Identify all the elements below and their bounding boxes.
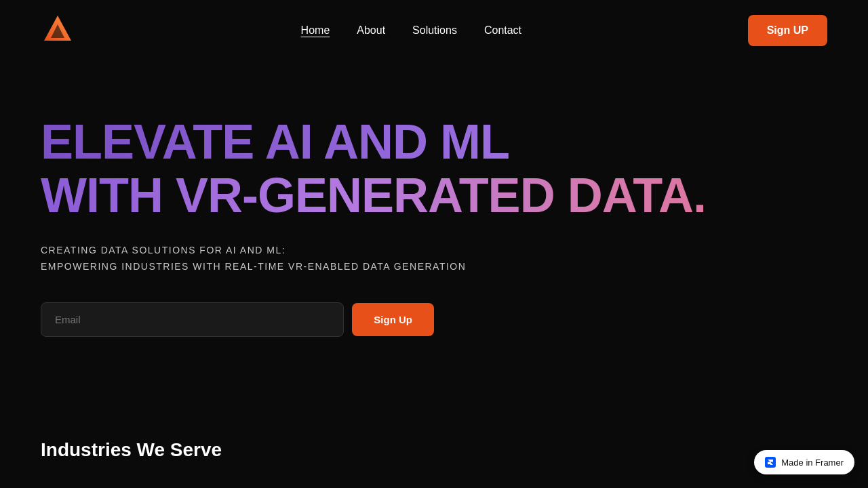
framer-badge-label: Made in Framer xyxy=(781,458,844,468)
framer-icon xyxy=(765,457,776,468)
hero-title: ELEVATE AI AND ML WITH VR-GENERATED DATA… xyxy=(41,115,827,222)
framer-badge[interactable]: Made in Framer xyxy=(754,450,854,474)
nav-item-home[interactable]: Home xyxy=(301,24,330,37)
industries-section: Industries We Serve xyxy=(0,412,262,474)
hero-title-line2: WITH VR-GENERATED DATA. xyxy=(41,169,827,222)
nav-signup-button[interactable]: Sign UP xyxy=(748,15,827,46)
hero-subtitle-line2: EMPOWERING INDUSTRIES WITH REAL-TIME VR-… xyxy=(41,261,466,272)
logo-icon xyxy=(41,12,75,46)
industries-title: Industries We Serve xyxy=(41,439,222,461)
hero-form: Sign Up xyxy=(41,302,434,337)
logo[interactable] xyxy=(41,12,75,49)
nav-item-contact[interactable]: Contact xyxy=(484,24,521,37)
hero-subtitle: CREATING DATA SOLUTIONS FOR AI AND ML: E… xyxy=(41,243,827,275)
nav-item-about[interactable]: About xyxy=(357,24,385,37)
hero-title-line1: ELEVATE AI AND ML xyxy=(41,115,827,169)
navbar: Home About Solutions Contact Sign UP xyxy=(0,0,868,61)
hero-subtitle-line1: CREATING DATA SOLUTIONS FOR AI AND ML: xyxy=(41,245,285,256)
nav-item-solutions[interactable]: Solutions xyxy=(412,24,457,37)
hero-section: ELEVATE AI AND ML WITH VR-GENERATED DATA… xyxy=(0,61,868,378)
hero-signup-button[interactable]: Sign Up xyxy=(352,303,434,336)
email-input[interactable] xyxy=(41,302,344,337)
nav-links: Home About Solutions Contact xyxy=(301,24,521,37)
